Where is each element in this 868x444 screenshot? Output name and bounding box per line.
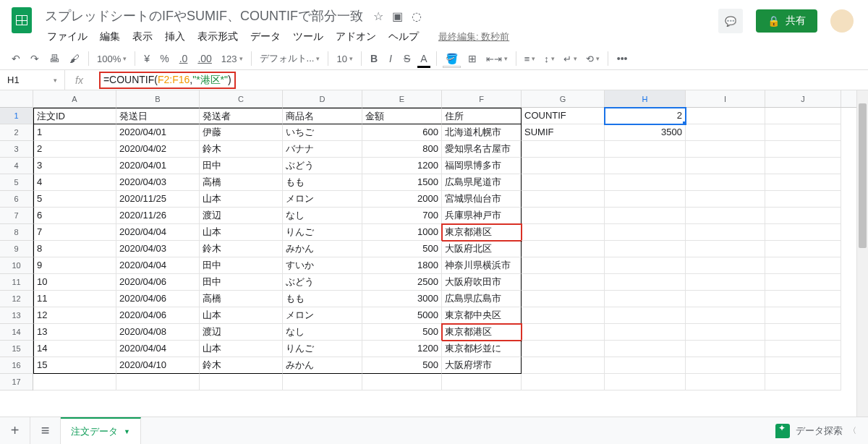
cell-a9[interactable]: 8	[33, 241, 116, 257]
cell-e11[interactable]: 2500	[362, 274, 442, 291]
doc-title[interactable]: スプレッドシートのIFやSUMIF、COUNTIFで部分一致	[42, 6, 366, 26]
cell-a17[interactable]	[33, 374, 116, 390]
cell-i3[interactable]	[686, 141, 765, 158]
cell-b8[interactable]: 2020/04/04	[116, 224, 200, 241]
cell-d14[interactable]: なし	[283, 324, 362, 341]
fill-color-button[interactable]: 🪣	[441, 51, 462, 67]
cell-a1[interactable]: 注文ID	[33, 108, 116, 124]
cell-j11[interactable]	[765, 274, 841, 291]
menu-help[interactable]: ヘルプ	[383, 29, 424, 45]
col-header-h[interactable]: H	[605, 90, 686, 107]
cell-d12[interactable]: もも	[283, 291, 362, 307]
cell-i14[interactable]	[686, 324, 765, 341]
cell-d8[interactable]: りんご	[283, 224, 362, 241]
cell-f3[interactable]: 愛知県名古屋市	[442, 141, 522, 158]
cell-h15[interactable]	[605, 341, 686, 357]
cell-c7[interactable]: 渡辺	[200, 208, 283, 224]
col-header-e[interactable]: E	[362, 90, 442, 107]
cell-c17[interactable]	[200, 374, 283, 390]
cell-d17[interactable]	[283, 374, 362, 390]
cell-e6[interactable]: 2000	[362, 191, 442, 208]
cell-g1[interactable]: COUNTIF	[522, 108, 605, 124]
menu-file[interactable]: ファイル	[42, 29, 93, 45]
cell-j15[interactable]	[765, 341, 841, 357]
toolbar-more[interactable]: •••	[613, 51, 632, 67]
cell-j16[interactable]	[765, 357, 841, 374]
cell-j1[interactable]	[765, 108, 841, 124]
row-header-12[interactable]: 12	[0, 291, 33, 307]
row-header-6[interactable]: 6	[0, 191, 33, 208]
cell-b11[interactable]: 2020/04/06	[116, 274, 200, 291]
cell-f11[interactable]: 大阪府吹田市	[442, 274, 522, 291]
cell-h5[interactable]	[605, 174, 686, 191]
row-header-4[interactable]: 4	[0, 158, 33, 174]
font-size-select[interactable]: 10	[333, 51, 356, 67]
last-edit[interactable]: 最終編集: 数秒前	[433, 29, 514, 45]
cell-f4[interactable]: 福岡県博多市	[442, 158, 522, 174]
cell-c9[interactable]: 鈴木	[200, 241, 283, 257]
cell-d15[interactable]: りんご	[283, 341, 362, 357]
cell-a5[interactable]: 4	[33, 174, 116, 191]
cell-a4[interactable]: 3	[33, 158, 116, 174]
cell-d16[interactable]: みかん	[283, 357, 362, 374]
cell-g5[interactable]	[522, 174, 605, 191]
row-header-8[interactable]: 8	[0, 224, 33, 241]
bold-button[interactable]: B	[366, 51, 382, 67]
cell-b2[interactable]: 2020/04/01	[116, 124, 200, 141]
col-header-c[interactable]: C	[200, 90, 283, 107]
cloud-icon[interactable]: ◌	[412, 9, 422, 23]
row-header-5[interactable]: 5	[0, 174, 33, 191]
cell-c3[interactable]: 鈴木	[200, 141, 283, 158]
cell-d11[interactable]: ぶどう	[283, 274, 362, 291]
col-header-i[interactable]: I	[686, 90, 765, 107]
cell-i6[interactable]	[686, 191, 765, 208]
cell-b12[interactable]: 2020/04/06	[116, 291, 200, 307]
cell-g12[interactable]	[522, 291, 605, 307]
cell-b10[interactable]: 2020/04/04	[116, 257, 200, 274]
row-header-13[interactable]: 13	[0, 307, 33, 324]
col-header-d[interactable]: D	[283, 90, 362, 107]
spreadsheet-grid[interactable]: ABCDEFGHIJ 1234567891011121314151617 注文I…	[0, 90, 868, 430]
cell-g3[interactable]	[522, 141, 605, 158]
cell-j10[interactable]	[765, 257, 841, 274]
cell-j17[interactable]	[765, 374, 841, 390]
merge-button[interactable]: ⇤⇥	[482, 51, 511, 67]
cell-a7[interactable]: 6	[33, 208, 116, 224]
percent-button[interactable]: %	[156, 51, 173, 67]
cell-a15[interactable]: 14	[33, 341, 116, 357]
cell-f7[interactable]: 兵庫県神戸市	[442, 208, 522, 224]
cell-c12[interactable]: 高橋	[200, 291, 283, 307]
cell-f15[interactable]: 東京都杉並に	[442, 341, 522, 357]
cell-j14[interactable]	[765, 324, 841, 341]
cell-i16[interactable]	[686, 357, 765, 374]
add-sheet-button[interactable]: +	[0, 417, 30, 444]
cell-i17[interactable]	[686, 374, 765, 390]
cell-f1[interactable]: 住所	[442, 108, 522, 124]
cell-h9[interactable]	[605, 241, 686, 257]
sheet-tab[interactable]: 注文データ▼	[61, 417, 141, 444]
cell-h7[interactable]	[605, 208, 686, 224]
row-header-1[interactable]: 1	[0, 108, 33, 124]
cell-i13[interactable]	[686, 307, 765, 324]
strike-button[interactable]: S	[399, 51, 414, 67]
row-header-14[interactable]: 14	[0, 324, 33, 341]
cell-j6[interactable]	[765, 191, 841, 208]
cell-g4[interactable]	[522, 158, 605, 174]
row-header-17[interactable]: 17	[0, 374, 33, 390]
menu-data[interactable]: データ	[245, 29, 286, 45]
undo-button[interactable]: ↶	[7, 51, 25, 67]
cell-g10[interactable]	[522, 257, 605, 274]
cell-i11[interactable]	[686, 274, 765, 291]
cell-d5[interactable]: もも	[283, 174, 362, 191]
sheets-logo[interactable]	[7, 6, 36, 35]
cell-a8[interactable]: 7	[33, 224, 116, 241]
star-icon[interactable]: ☆	[373, 9, 383, 23]
cell-g16[interactable]	[522, 357, 605, 374]
cell-b16[interactable]: 2020/04/10	[116, 357, 200, 374]
cell-f6[interactable]: 宮城県仙台市	[442, 191, 522, 208]
borders-button[interactable]: ⊞	[464, 51, 481, 67]
cell-h6[interactable]	[605, 191, 686, 208]
menu-format[interactable]: 表示形式	[192, 29, 243, 45]
cell-a14[interactable]: 13	[33, 324, 116, 341]
cell-i5[interactable]	[686, 174, 765, 191]
